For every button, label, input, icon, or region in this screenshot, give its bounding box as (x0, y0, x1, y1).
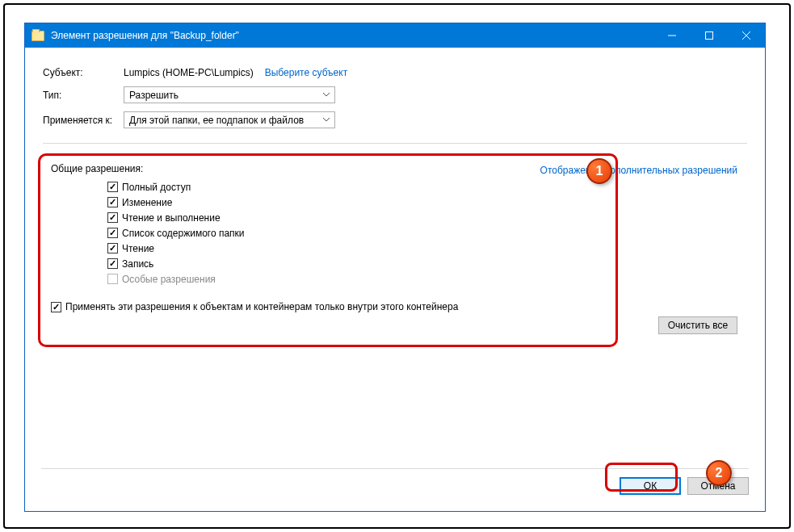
permission-label: Изменение (122, 197, 172, 208)
permission-entry-dialog: Элемент разрешения для "Backup_folder" С… (24, 23, 766, 512)
applies-row: Применяется к: Для этой папки, ее подпап… (43, 111, 747, 128)
minimize-button[interactable] (653, 23, 691, 48)
apply-only-row: Применять эти разрешения к объектам и ко… (51, 301, 608, 312)
chevron-down-icon (320, 118, 333, 122)
subject-row: Субъект: Lumpics (HOME-PC\Lumpics) Выбер… (43, 67, 747, 78)
client-area: Субъект: Lumpics (HOME-PC\Lumpics) Выбер… (33, 56, 757, 503)
permission-label: Особые разрешения (122, 274, 216, 285)
clear-all-label: Очистить все (668, 320, 728, 331)
window-title: Элемент разрешения для "Backup_folder" (51, 30, 653, 41)
permission-checkbox[interactable] (107, 212, 118, 223)
permissions-section: Отображение дополнительных разрешений Об… (43, 149, 747, 327)
permission-label: Список содержимого папки (122, 228, 245, 239)
folder-icon (32, 31, 44, 41)
subject-label: Субъект: (43, 67, 124, 78)
permission-checkbox (107, 274, 118, 284)
permission-label: Запись (122, 258, 153, 270)
permission-label: Чтение (122, 243, 154, 254)
type-label: Тип: (43, 90, 124, 101)
permission-item: Особые разрешения (107, 271, 608, 287)
permission-checkbox[interactable] (107, 258, 118, 269)
subject-value: Lumpics (HOME-PC\Lumpics) (124, 67, 254, 78)
window-controls (653, 23, 765, 48)
ok-label: ОК (644, 480, 657, 492)
permission-label: Полный доступ (122, 182, 191, 193)
annotation-badge-2: 2 (706, 460, 732, 486)
basic-permissions-box: Общие разрешения: Полный доступИзменение… (43, 149, 616, 327)
permissions-list: Полный доступИзменениеЧтение и выполнени… (107, 179, 608, 287)
svg-rect-1 (706, 32, 713, 40)
applies-select[interactable]: Для этой папки, ее подпапок и файлов (124, 111, 335, 128)
permissions-title: Общие разрешения: (51, 163, 608, 174)
close-button[interactable] (728, 23, 765, 48)
footer: ОК Отмена (41, 468, 749, 495)
select-subject-link[interactable]: Выберите субъект (265, 67, 347, 78)
applies-label: Применяется к: (43, 115, 124, 126)
applies-selected: Для этой папки, ее подпапок и файлов (129, 115, 304, 126)
permission-checkbox[interactable] (107, 182, 118, 192)
apply-only-label: Применять эти разрешения к объектам и ко… (65, 301, 458, 312)
permission-checkbox[interactable] (107, 243, 118, 253)
divider (43, 143, 747, 144)
apply-only-checkbox[interactable] (51, 302, 61, 312)
permission-item: Изменение (107, 195, 608, 210)
titlebar: Элемент разрешения для "Backup_folder" (25, 23, 765, 48)
permission-checkbox[interactable] (107, 228, 118, 238)
ok-button[interactable]: ОК (620, 477, 681, 495)
clear-all-button[interactable]: Очистить все (658, 316, 737, 334)
header-fields: Субъект: Lumpics (HOME-PC\Lumpics) Выбер… (33, 56, 757, 136)
permission-item: Список содержимого папки (107, 225, 608, 241)
permission-checkbox[interactable] (107, 197, 118, 207)
type-row: Тип: Разрешить (43, 86, 747, 103)
type-select[interactable]: Разрешить (124, 86, 335, 103)
maximize-button[interactable] (691, 23, 728, 48)
type-selected: Разрешить (129, 90, 179, 101)
permission-item: Запись (107, 256, 608, 271)
permission-item: Полный доступ (107, 179, 608, 195)
permission-item: Чтение и выполнение (107, 210, 608, 225)
chevron-down-icon (320, 93, 333, 97)
permission-item: Чтение (107, 241, 608, 256)
annotation-badge-1: 1 (586, 158, 612, 184)
permission-label: Чтение и выполнение (122, 212, 221, 224)
